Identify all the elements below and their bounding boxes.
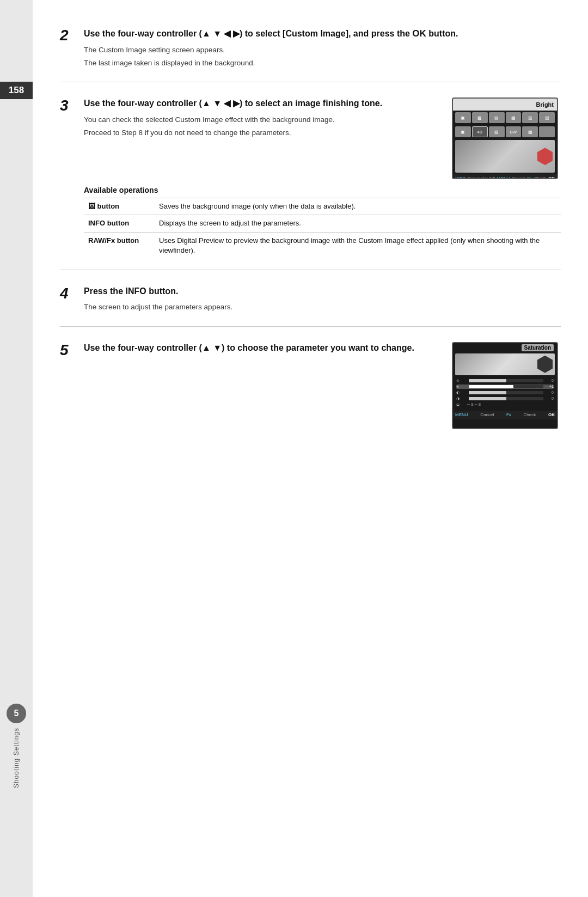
screen-param-label: Parameter Adj: [468, 176, 495, 180]
screen-bottom-bar-2: MENU Cancel Fx Check OK: [453, 411, 557, 419]
screen2-cancel: Cancel: [480, 412, 494, 417]
screen-top-bar-1: Bright: [453, 99, 557, 111]
step-4-desc: The screen to adjust the parameters appe…: [84, 302, 561, 313]
icon-cell-6: ▧: [539, 112, 555, 123]
param-row-1: ⊙ 0: [456, 379, 554, 383]
step-2-content: Use the four-way controller (▲ ▼ ◀ ▶) to…: [84, 27, 561, 71]
ops-button-3: RAW/Fx button: [84, 232, 155, 259]
param-label-5: ◒: [456, 402, 467, 407]
section-label-container: 5 Shooting Settings: [0, 704, 33, 788]
step5-layout: Use the four-way controller (▲ ▼) to cho…: [84, 342, 561, 429]
step-3-number: 3: [60, 97, 76, 259]
step-5-screen: Saturation ⊙ 0: [452, 342, 561, 429]
icon-cell-4: ▦: [506, 112, 522, 123]
step-3-with-image: Use the four-way controller (▲ ▼ ◀ ▶) to…: [84, 97, 561, 179]
icon-cell-3: ▤: [489, 112, 505, 123]
icon-cell-9: ▨: [489, 126, 505, 137]
screen-bg-image-1: [455, 140, 555, 173]
page-number: 158: [0, 82, 33, 99]
screen-cancel-label: Cancel: [512, 176, 525, 180]
param-row-3: ◐ 0: [456, 390, 554, 395]
screen-menu-label: MENU: [497, 176, 510, 180]
screen-hexagon-1: [537, 148, 553, 165]
ops-row-2: INFO button Displays the screen to adjus…: [84, 215, 561, 232]
screen-label-1: Bright: [536, 101, 554, 108]
sidebar: 158 5 Shooting Settings: [0, 0, 33, 897]
ops-desc-3: Uses Digital Preview to preview the back…: [155, 232, 561, 259]
param-bar-3: [469, 391, 543, 394]
icon-cell-2: ▩: [472, 112, 488, 123]
screen2-fx: Fx: [506, 412, 511, 417]
main-content: 2 Use the four-way controller (▲ ▼ ◀ ▶) …: [33, 0, 588, 897]
step-4: 4 Press the INFO button. The screen to a…: [60, 285, 561, 327]
param-label-2: ◈: [456, 385, 467, 389]
step-3-desc1: You can check the selected Custom Image …: [84, 114, 443, 125]
step-4-title: Press the INFO button.: [84, 285, 561, 297]
param-row-2: ◈ +1: [456, 385, 554, 389]
param-row-5: ◒ ─ S ─ S: [456, 402, 554, 407]
screen-grid-1: ▣ ▩ ▤ ▦ ▥ ▧: [453, 111, 557, 125]
ops-row-1: 🖼 button Saves the background image (onl…: [84, 198, 561, 215]
info-bold: INFO: [125, 286, 146, 296]
param-label-1: ⊙: [456, 379, 467, 383]
ops-table: 🖼 button Saves the background image (onl…: [84, 198, 561, 259]
step-2-desc2: The last image taken is displayed in the…: [84, 58, 561, 69]
ops-button-2: INFO button: [84, 215, 155, 232]
section-label: Shooting Settings: [13, 728, 20, 788]
screen-fx-label: Fx: [527, 176, 532, 180]
param-rows: ⊙ 0 ◈ +1 ◐: [453, 376, 557, 411]
camera-screen-2: Saturation ⊙ 0: [452, 342, 558, 429]
step-3-desc2: Proceed to Step 8 if you do not need to …: [84, 127, 443, 138]
param-val-4: 0: [545, 396, 554, 400]
available-ops: Available operations 🖼 button Saves the …: [84, 186, 561, 259]
param-tone-label: ─ S ─ S: [467, 402, 481, 406]
screen-ok-label: OK: [548, 176, 555, 180]
section-number: 5: [7, 704, 26, 723]
icon-cell-12: [539, 126, 555, 137]
ops-desc-1: Saves the background image (only when th…: [155, 198, 561, 215]
icon-cell-11: ▩: [522, 126, 538, 137]
param-val-1: 0: [545, 379, 554, 382]
step-3-screen: Bright ▣ ▩ ▤ ▦ ▥ ▧ ▣ 4B: [452, 97, 561, 179]
step-5: 5 Use the four-way controller (▲ ▼) to c…: [60, 342, 561, 440]
icon-cell-8-sel: 4B: [472, 126, 488, 137]
param-row-4: ◑ 0: [456, 396, 554, 401]
param-val-3: 0: [545, 390, 554, 394]
screen2-check: Check: [524, 412, 536, 417]
step-4-content: Press the INFO button. The screen to adj…: [84, 285, 561, 315]
step-3: 3 Use the four-way controller (▲ ▼ ◀ ▶) …: [60, 97, 561, 270]
ops-row-3: RAW/Fx button Uses Digital Preview to pr…: [84, 232, 561, 259]
param-bar-1: [469, 379, 543, 382]
icon-cell-1: ▣: [455, 112, 471, 123]
step-5-content: Use the four-way controller (▲ ▼) to cho…: [84, 342, 561, 429]
screen-info-label: INFO: [455, 176, 465, 180]
ops-button-1: 🖼 button: [84, 198, 155, 215]
param-label-4: ◑: [456, 396, 467, 401]
ops-desc-2: Displays the screen to adjust the parame…: [155, 215, 561, 232]
screen-hexagon-2: [537, 356, 553, 373]
screen-grid-2: ▣ 4B ▨ BW ▩: [453, 125, 557, 139]
param-bar-2: [469, 385, 543, 388]
step-3-text: Use the four-way controller (▲ ▼ ◀ ▶) to…: [84, 97, 443, 179]
icon-cell-10: BW: [506, 126, 522, 137]
step-2-title: Use the four-way controller (▲ ▼ ◀ ▶) to…: [84, 27, 561, 40]
icon-cell-5: ▥: [522, 112, 538, 123]
available-ops-title: Available operations: [84, 186, 561, 194]
param-bar-4: [469, 397, 543, 400]
screen2-menu: MENU: [455, 412, 468, 417]
ok-bold: OK: [412, 28, 426, 39]
step-5-number: 5: [60, 342, 76, 429]
saturation-label: Saturation: [522, 344, 554, 351]
step-5-title: Use the four-way controller (▲ ▼) to cho…: [84, 342, 443, 354]
param-val-2: +1: [545, 385, 554, 388]
step-2-number: 2: [60, 27, 76, 71]
step-2-desc1: The Custom Image setting screen appears.: [84, 45, 561, 56]
camera-screen-1: Bright ▣ ▩ ▤ ▦ ▥ ▧ ▣ 4B: [452, 97, 558, 179]
param-label-3: ◐: [456, 390, 467, 395]
screen-check-label: Check: [534, 176, 547, 180]
step-4-number: 4: [60, 285, 76, 315]
step5-text: Use the four-way controller (▲ ▼) to cho…: [84, 342, 443, 429]
step-2: 2 Use the four-way controller (▲ ▼ ◀ ▶) …: [60, 27, 561, 82]
screen-bottom-bar-1: INFO Parameter Adj MENU Cancel Fx Check …: [453, 174, 557, 179]
step-3-title: Use the four-way controller (▲ ▼ ◀ ▶) to…: [84, 97, 443, 109]
